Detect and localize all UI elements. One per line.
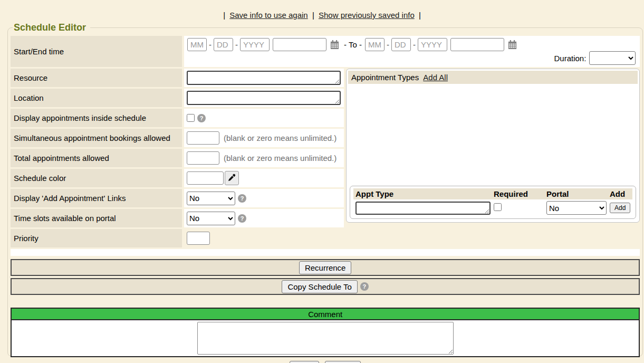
appt-add-button[interactable]: Add [610, 203, 630, 213]
add-appointment-links-label: Display 'Add Appointment' Links [11, 189, 182, 207]
copy-schedule-bar: Copy Schedule To ? [11, 278, 640, 295]
portal-slots-label: Time slots available on portal [11, 209, 182, 227]
end-day-input[interactable] [391, 38, 411, 51]
recurrence-bar: Recurrence [11, 259, 640, 276]
end-month-input[interactable] [365, 38, 385, 51]
schedule-color-input[interactable] [187, 171, 224, 185]
appt-type-input[interactable] [355, 202, 491, 215]
main-split: Resource Location Display appointments i… [11, 69, 640, 249]
resource-input[interactable] [187, 71, 341, 85]
priority-row: Priority [11, 229, 344, 247]
duration-line: Duration: [187, 51, 637, 65]
start-end-label: Start/End time [11, 36, 182, 67]
display-inside-checkbox[interactable] [187, 114, 195, 122]
appt-table-row: No Add [353, 201, 632, 215]
date-dash: - [209, 40, 212, 49]
to-text: - To - [344, 40, 362, 49]
save-button[interactable]: Save [290, 361, 319, 363]
required-col-header: Required [494, 189, 546, 198]
priority-label: Priority [11, 229, 182, 247]
location-input[interactable] [187, 91, 341, 105]
pipe-separator: | [419, 11, 421, 20]
help-icon[interactable]: ? [238, 214, 246, 223]
duration-label: Duration: [554, 54, 586, 63]
start-day-input[interactable] [214, 38, 233, 51]
show-saved-info-link[interactable]: Show previously saved info [319, 11, 415, 20]
start-year-input[interactable] [240, 38, 270, 51]
comment-textarea[interactable] [197, 322, 454, 355]
portal-slots-row: Time slots available on portal No ? [11, 209, 344, 227]
appt-required-checkbox[interactable] [494, 203, 502, 211]
color-picker-button[interactable] [225, 171, 239, 185]
pipe-separator: | [223, 11, 225, 20]
saved-info-links: | Save info to use again | Show previous… [0, 0, 644, 22]
help-icon[interactable]: ? [197, 114, 206, 122]
simultaneous-label: Simultaneous appointment bookings allowe… [11, 129, 182, 147]
schedule-editor-form: Schedule Editor Start/End time - - [7, 22, 643, 357]
appointment-types-title: Appointment Types [351, 73, 419, 82]
add-appointment-links-row: Display 'Add Appointment' Links No ? [11, 189, 344, 207]
simultaneous-input[interactable] [187, 131, 219, 145]
start-month-input[interactable] [187, 38, 207, 51]
schedule-color-label: Schedule color [11, 169, 182, 187]
portal-col-header: Portal [546, 189, 610, 198]
total-appointments-row: Total appointments allowed (blank or zer… [11, 149, 344, 167]
duration-select[interactable] [589, 51, 636, 65]
portal-slots-select[interactable]: No [187, 212, 235, 225]
help-icon[interactable]: ? [238, 194, 246, 203]
copy-schedule-button[interactable]: Copy Schedule To [282, 280, 357, 293]
appt-portal-select[interactable]: No [546, 201, 607, 215]
location-row: Location [11, 89, 344, 107]
page-title: Schedule Editor [13, 22, 90, 33]
resource-label: Resource [11, 69, 182, 87]
comment-body [11, 319, 640, 357]
help-icon[interactable]: ? [360, 282, 369, 291]
left-fields-column: Resource Location Display appointments i… [11, 69, 344, 249]
date-dash: - [387, 40, 389, 49]
add-all-link[interactable]: Add All [423, 73, 448, 82]
schedule-color-row: Schedule color [11, 169, 344, 187]
save-info-link[interactable]: Save info to use again [229, 11, 307, 20]
simultaneous-note: (blank or zero means unlimited.) [224, 133, 337, 142]
end-time-input[interactable] [450, 38, 504, 51]
appointment-types-panel: Appointment Types Add All Appt Type Requ… [346, 69, 640, 223]
appt-table-header: Appt Type Required Portal Add [353, 188, 632, 199]
cancel-button[interactable]: Cancel [325, 361, 361, 363]
appt-type-col-header: Appt Type [355, 189, 494, 198]
recurrence-button[interactable]: Recurrence [299, 261, 352, 274]
spacer-strip [11, 249, 640, 256]
total-appointments-note: (blank or zero means unlimited.) [224, 154, 337, 163]
date-dash: - [413, 40, 416, 49]
start-time-input[interactable] [273, 38, 326, 51]
total-appointments-label: Total appointments allowed [11, 149, 182, 167]
comment-header: Comment [11, 308, 640, 319]
comment-section: Comment [11, 308, 640, 357]
pipe-separator: | [312, 11, 314, 20]
start-end-content: - - - To - [184, 36, 640, 67]
dates-line: - - - To - [187, 38, 637, 51]
resource-row: Resource [11, 69, 344, 87]
location-label: Location [11, 89, 182, 107]
start-calendar-icon[interactable] [330, 40, 340, 50]
add-col-header: Add [610, 189, 630, 198]
add-appointment-links-select[interactable]: No [187, 192, 235, 205]
appointment-types-header: Appointment Types Add All [348, 71, 638, 84]
eyedropper-icon [228, 174, 236, 183]
appt-type-entry-box: Appt Type Required Portal Add No Add [350, 186, 636, 219]
display-inside-label: Display appointments inside schedule [11, 109, 182, 127]
date-dash: - [235, 40, 238, 49]
priority-input[interactable] [187, 232, 210, 245]
simultaneous-row: Simultaneous appointment bookings allowe… [11, 129, 344, 147]
end-calendar-icon[interactable] [507, 40, 517, 50]
end-year-input[interactable] [418, 38, 447, 51]
form-actions: Save Cancel [11, 361, 640, 363]
display-inside-row: Display appointments inside schedule ? [11, 109, 344, 127]
total-appointments-input[interactable] [187, 151, 219, 165]
start-end-row: Start/End time - - [11, 36, 640, 67]
